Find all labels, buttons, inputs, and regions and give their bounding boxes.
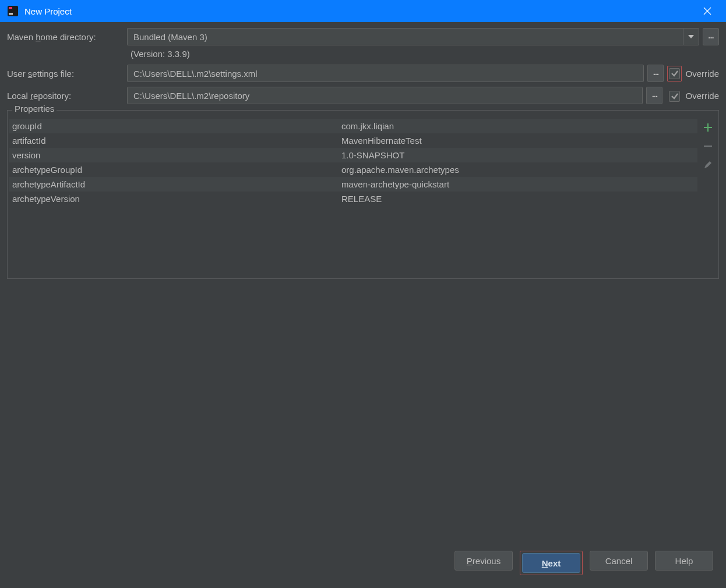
maven-home-row: Maven home directory: Bundled (Maven 3) … bbox=[7, 28, 719, 45]
svg-rect-1 bbox=[9, 7, 12, 9]
remove-property-button[interactable] bbox=[702, 140, 714, 153]
user-settings-override-label: Override bbox=[685, 69, 719, 79]
intellij-icon bbox=[7, 5, 19, 17]
local-repo-browse-button[interactable]: ... bbox=[646, 87, 662, 104]
maven-home-browse-button[interactable]: ... bbox=[703, 28, 719, 45]
table-row[interactable]: archetypeVersionRELEASE bbox=[9, 192, 697, 206]
properties-table[interactable]: groupIdcom.jkx.liqian artifactIdMavenHib… bbox=[8, 111, 697, 278]
local-repo-override-label: Override bbox=[685, 91, 719, 101]
checkmark-icon bbox=[671, 92, 679, 100]
local-repo-field[interactable]: C:\Users\DELL\.m2\repository bbox=[127, 87, 643, 104]
table-row[interactable]: groupIdcom.jkx.liqian bbox=[9, 119, 697, 133]
edit-property-button[interactable] bbox=[702, 158, 714, 171]
table-row[interactable]: version1.0-SNAPSHOT bbox=[9, 148, 697, 162]
local-repo-label: Local repository: bbox=[7, 91, 124, 101]
next-button[interactable]: Next bbox=[522, 553, 580, 573]
cancel-button[interactable]: Cancel bbox=[590, 551, 648, 571]
svg-rect-2 bbox=[9, 13, 13, 15]
override-highlight bbox=[667, 66, 682, 82]
pencil-icon bbox=[703, 160, 713, 169]
close-icon bbox=[703, 7, 711, 15]
maven-home-label: Maven home directory: bbox=[7, 32, 124, 42]
local-repo-override-checkbox[interactable] bbox=[669, 91, 680, 102]
table-row[interactable]: artifactIdMavenHibernateTest bbox=[9, 133, 697, 148]
close-button[interactable] bbox=[696, 0, 719, 22]
bottom-button-bar: Previous Next Cancel Help bbox=[7, 540, 719, 588]
user-settings-row: User settings file: C:\Users\DELL\.m2\se… bbox=[7, 65, 719, 82]
maven-version-text: (Version: 3.3.9) bbox=[131, 49, 719, 59]
local-repo-row: Local repository: C:\Users\DELL\.m2\repo… bbox=[7, 87, 719, 104]
next-button-highlight: Next bbox=[520, 551, 583, 575]
titlebar: New Project bbox=[0, 0, 726, 22]
user-settings-override-checkbox[interactable] bbox=[669, 68, 680, 79]
maven-home-value: Bundled (Maven 3) bbox=[127, 28, 683, 45]
table-row[interactable]: archetypeGroupIdorg.apache.maven.archety… bbox=[9, 162, 697, 177]
user-settings-browse-button[interactable]: ... bbox=[647, 65, 664, 82]
plus-icon bbox=[703, 123, 713, 132]
properties-toolbar bbox=[697, 111, 718, 278]
chevron-down-icon bbox=[688, 35, 694, 38]
minus-icon bbox=[703, 141, 713, 151]
user-settings-label: User settings file: bbox=[7, 69, 124, 79]
window-title: New Project bbox=[24, 6, 696, 16]
maven-home-dropdown-button[interactable] bbox=[683, 28, 699, 45]
checkmark-icon bbox=[671, 69, 679, 77]
previous-button[interactable]: Previous bbox=[454, 551, 513, 571]
table-row[interactable]: archetypeArtifactIdmaven-archetype-quick… bbox=[9, 177, 697, 192]
dialog-content: Maven home directory: Bundled (Maven 3) … bbox=[0, 22, 726, 588]
properties-group: Properties groupIdcom.jkx.liqian artifac… bbox=[7, 110, 719, 279]
maven-home-combo[interactable]: Bundled (Maven 3) bbox=[127, 28, 699, 45]
help-button[interactable]: Help bbox=[655, 551, 713, 571]
add-property-button[interactable] bbox=[702, 121, 714, 134]
user-settings-field[interactable]: C:\Users\DELL\.m2\settings.xml bbox=[127, 65, 644, 82]
properties-legend: Properties bbox=[12, 104, 57, 114]
